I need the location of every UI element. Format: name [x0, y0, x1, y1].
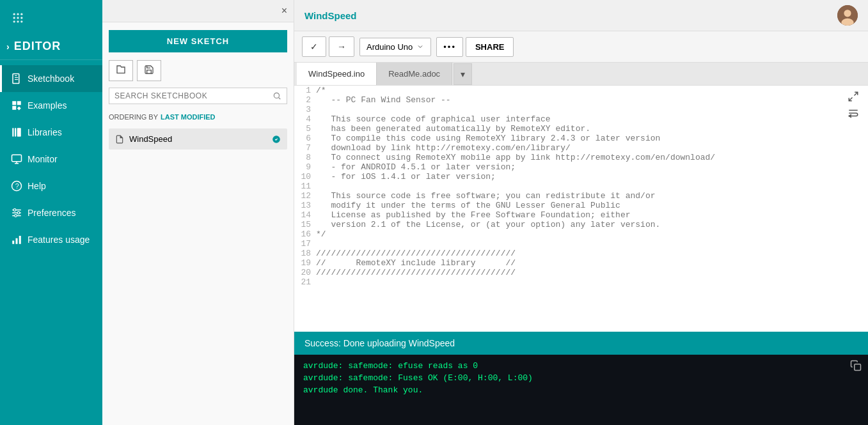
terminal-line: avrdude: safemode: Fuses OK (E:00, H:00,… — [303, 373, 859, 383]
svg-rect-27 — [12, 241, 14, 244]
svg-point-25 — [17, 212, 20, 214]
tabs-row: WindSpeed.ino ReadMe.adoc ▾ — [294, 63, 868, 86]
ordering-label: ORDERING BY — [109, 113, 158, 121]
sidebar-item-label: Monitor — [28, 154, 58, 164]
close-panel-button[interactable]: × — [281, 5, 287, 17]
ordering-value[interactable]: LAST MODIFIED — [161, 113, 216, 121]
sidebar-item-libraries[interactable]: Libraries — [0, 119, 102, 146]
board-name: Arduino Uno — [367, 42, 413, 52]
sidebar-item-label: Help — [28, 181, 46, 191]
svg-line-37 — [849, 98, 852, 101]
svg-point-2 — [20, 13, 22, 15]
table-row: 13 modify it under the terms of the GNU … — [294, 201, 868, 210]
sidebar-header: › EDITOR — [0, 33, 102, 60]
console-success-bar: Success: Done uploading WindSpeed — [294, 332, 868, 355]
table-row: 9 - for ANDROID 4.5.1 or later version; — [294, 162, 868, 172]
upload-icon: → — [337, 42, 346, 52]
sidebar-item-preferences[interactable]: Preferences — [0, 199, 102, 226]
tab-readme-adoc[interactable]: ReadMe.adoc — [377, 63, 452, 85]
svg-rect-9 — [13, 74, 19, 84]
app-title: WindSpeed — [304, 10, 357, 21]
sidebar-item-label: Preferences — [28, 208, 75, 218]
table-row: 17 — [294, 239, 868, 249]
svg-point-4 — [17, 17, 19, 19]
sketch-list: WindSpeed — [102, 126, 294, 152]
more-options-button[interactable]: ••• — [436, 37, 463, 57]
chevron-icon: › — [6, 42, 10, 52]
table-row: 11 — [294, 182, 868, 191]
save-file-button[interactable] — [137, 60, 161, 81]
verify-button[interactable]: ✓ — [302, 36, 326, 57]
new-sketch-button[interactable]: NEW SKETCH — [109, 30, 287, 52]
svg-text:?: ? — [15, 182, 19, 190]
editor-area: WindSpeed ✓ → Arduino Uno ••• SH — [294, 0, 868, 425]
sidebar-item-monitor[interactable]: Monitor — [0, 146, 102, 173]
code-editor[interactable]: 1/*2 -- PC Fan Wind Sensor --34 This sou… — [294, 86, 868, 332]
sidebar-nav: Sketchbook Examples Libraries Monitor ? … — [0, 65, 102, 253]
svg-rect-15 — [17, 128, 21, 137]
sidebar-item-examples[interactable]: Examples — [0, 92, 102, 119]
upload-button[interactable]: → — [329, 36, 354, 57]
table-row: 1/* — [294, 86, 868, 95]
word-wrap-button[interactable] — [848, 107, 859, 121]
table-row: 19// RemoteXY include library // — [294, 258, 868, 268]
code-editor-wrapper: 1/*2 -- PC Fan Wind Sensor --34 This sou… — [294, 86, 868, 425]
svg-rect-29 — [19, 236, 21, 244]
sidebar-item-sketchbook[interactable]: Sketchbook — [0, 65, 102, 92]
terminal-line: avrdude: safemode: efuse reads as 0 — [303, 361, 859, 371]
sidebar-item-label: Libraries — [28, 127, 62, 137]
table-row: 16*/ — [294, 229, 868, 239]
apps-grid-icon[interactable] — [0, 0, 102, 33]
svg-point-7 — [17, 20, 19, 22]
editor-topbar: WindSpeed — [294, 0, 868, 31]
sidebar-item-label: Features usage — [28, 235, 90, 245]
sidebar-item-label: Examples — [28, 100, 67, 111]
sketch-item[interactable]: WindSpeed — [109, 128, 287, 150]
table-row: 5 has been generated automatically by Re… — [294, 124, 868, 134]
panel-icon-row — [102, 60, 294, 88]
table-row: 8 To connect using RemoteXY mobile app b… — [294, 153, 868, 162]
table-row: 10 - for iOS 1.4.1 or later version; — [294, 172, 868, 182]
sidebar: › EDITOR Sketchbook Examples Libraries M… — [0, 0, 102, 425]
share-button[interactable]: SHARE — [466, 37, 514, 57]
table-row: 3 — [294, 105, 868, 114]
toolbar-row: ✓ → Arduino Uno ••• SHARE — [294, 31, 868, 63]
table-row: 7 download by link http://remotexy.com/e… — [294, 143, 868, 153]
svg-point-6 — [13, 20, 15, 22]
table-row: 14 License as published by the Free Soft… — [294, 210, 868, 220]
svg-point-34 — [844, 10, 851, 17]
table-row: 12 This source code is free software; yo… — [294, 191, 868, 201]
expand-editor-button[interactable] — [848, 91, 859, 105]
svg-point-24 — [13, 209, 16, 212]
svg-point-26 — [15, 215, 17, 217]
ordering-row: ORDERING BY LAST MODIFIED — [102, 111, 294, 126]
sidebar-item-features-usage[interactable]: Features usage — [0, 226, 102, 253]
svg-point-30 — [274, 93, 279, 98]
copy-terminal-button[interactable] — [850, 360, 862, 374]
sketch-name: WindSpeed — [129, 134, 172, 144]
search-input[interactable] — [114, 91, 272, 100]
sidebar-item-help[interactable]: ? Help — [0, 173, 102, 199]
svg-point-1 — [17, 13, 19, 15]
panel-header: × — [102, 0, 294, 22]
open-file-button[interactable] — [109, 60, 133, 81]
svg-line-31 — [279, 98, 281, 100]
table-row: 15 version 2.1 of the License, or (at yo… — [294, 220, 868, 229]
board-selector[interactable]: Arduino Uno — [359, 38, 431, 56]
table-row: 18//////////////////////////////////////… — [294, 249, 868, 258]
sidebar-item-label: Sketchbook — [28, 73, 74, 84]
console-terminal: avrdude: safemode: efuse reads as 0avrdu… — [294, 355, 868, 425]
tab-windspeed-ino[interactable]: WindSpeed.ino — [297, 63, 377, 85]
sketchbook-panel: × NEW SKETCH ORDERING BY LAST MODIFIED W… — [102, 0, 294, 425]
svg-point-5 — [20, 17, 22, 19]
svg-rect-16 — [12, 155, 22, 162]
search-box — [109, 88, 287, 104]
avatar — [837, 5, 858, 26]
tab-chevron-button[interactable]: ▾ — [454, 63, 472, 85]
svg-point-8 — [20, 20, 22, 22]
svg-point-3 — [13, 17, 15, 19]
code-table: 1/*2 -- PC Fan Wind Sensor --34 This sou… — [294, 86, 868, 287]
table-row: 6 To compile this code using RemoteXY li… — [294, 134, 868, 143]
svg-point-0 — [13, 13, 15, 15]
table-row: 20//////////////////////////////////////… — [294, 268, 868, 277]
